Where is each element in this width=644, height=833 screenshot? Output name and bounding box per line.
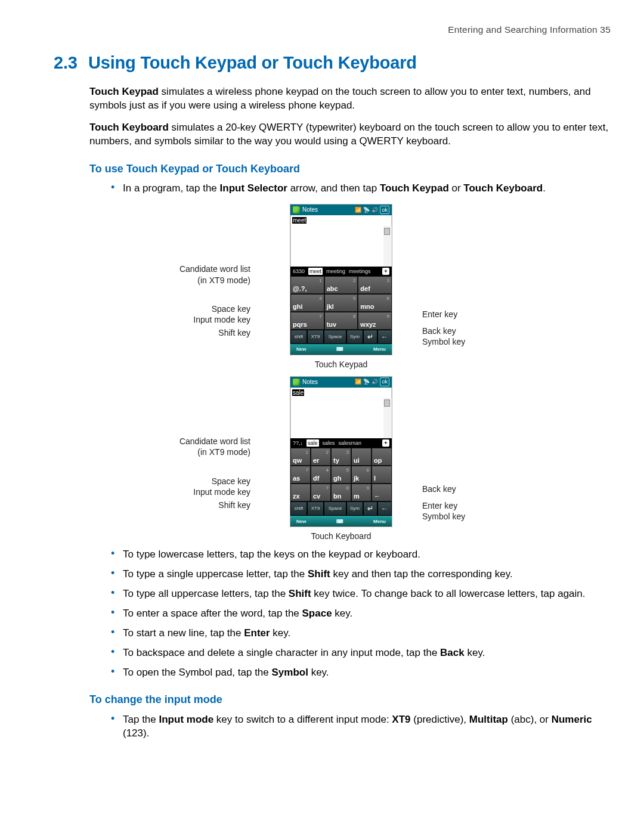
start-icon [293,206,300,213]
expand-icon: + [382,439,389,447]
ok-button: ok [380,206,389,214]
bullet-input-mode: Tap the Input mode key to switch to a di… [111,713,611,741]
callout-symbol-key: Symbol key [422,511,465,522]
callout-shift-key: Shift key [188,500,250,511]
bottom-key: XT9 [307,330,324,344]
section-number: 2.3 [54,51,88,75]
key: jk6 [351,466,371,484]
key: cv7 [311,484,331,501]
key: op [371,448,392,466]
key: l [371,466,392,484]
key: df4 [311,466,331,484]
key: zx [290,484,311,501]
text-area-content: sale [290,388,392,398]
callout-candidate-list: Candidate word list(in XT9 mode) [143,436,250,459]
bullet-lowercase: To type lowercase letters, tap the keys … [111,548,611,562]
key: bn8 [331,484,351,501]
bottom-key: ← [377,501,392,516]
start-icon [293,379,300,386]
callout-shift-key: Shift key [188,327,250,339]
note-body [290,226,392,267]
section-title-text: Using Touch Keypad or Touch Keyboard [88,53,417,72]
signal-icon: 📶 [355,206,361,213]
callout-space-key: Space key [179,476,250,487]
touch-keyboard-screenshot: Notes 📶 📡 🔊 ok sale ??,↓ sale sales [290,376,392,528]
intro-paragraph-2: Touch Keyboard simulates a 20-key QWERTY… [89,121,611,148]
notes-title-bar: Notes 📶 📡 🔊 ok [290,205,392,215]
callout-candidate-list: Candidate word list(in XT9 mode) [143,264,250,286]
key: mno6 [358,294,392,312]
sip-icon: ⌨ [306,346,373,352]
notes-title-bar: Notes 📶 📡 🔊 ok [290,377,392,388]
callout-symbol-key: Symbol key [422,336,465,348]
soft-key-bar: New ⌨ Menu [290,516,392,527]
key: qw1 [290,448,311,466]
signal-icon: 📶 [355,378,361,385]
callout-enter-key: Enter key [422,500,457,512]
bottom-key: ← [377,330,392,344]
bullet-single-upper: To type a single uppercase letter, tap t… [111,568,611,581]
bullet-enter: To start a new line, tap the Enter key. [111,627,611,640]
key: @.?,1 [290,276,324,294]
notes-title: Notes [302,206,318,214]
key: ui [351,448,371,466]
expand-icon: + [382,268,389,275]
keyboard-bottom-row: shiftXT9SpaceSym↵← [290,501,392,516]
key: m9 [351,484,371,501]
keyboard-grid: qw1er2ty3uiopas?df4gh5jk6lzxcv7bn8m9← [290,448,392,501]
subheading-change-mode: To change the input mode [89,692,611,707]
bottom-key: ↵ [363,330,377,344]
bottom-key: Sym [346,330,363,344]
key: er2 [311,448,331,466]
ok-button: ok [380,377,389,386]
bottom-key: shift [290,501,307,516]
term-touch-keypad: Touch Keypad [89,86,159,97]
bullet-all-upper: To type all uppercase letters, tap the S… [111,587,611,601]
bottom-key: Space [324,330,346,344]
volume-icon: 🔊 [371,206,378,213]
callout-back-key: Back key [422,326,456,337]
status-icons: 📶 📡 🔊 ok [355,206,389,214]
bottom-key: shift [290,330,307,344]
key: pqrs7 [290,312,324,330]
callout-enter-key: Enter key [422,309,457,320]
bullet-space: To enter a space after the word, tap the… [111,607,611,621]
callout-back-key: Back key [422,484,456,495]
notes-title: Notes [302,378,318,386]
figure-caption-keyboard: Touch Keyboard [72,531,611,542]
bottom-key: Sym [346,501,363,516]
keypad-bottom-row: shiftXT9SpaceSym↵← [290,330,392,344]
callout-space-key: Space key [179,304,250,315]
bottom-key: Space [324,501,346,516]
text-area-content: meet [290,215,392,226]
bullet-back: To backspace and delete a single charact… [111,646,611,660]
soft-key-bar: New ⌨ Menu [290,344,392,355]
sip-icon: ⌨ [306,519,373,524]
bullet-input-selector: In a program, tap the Input Selector arr… [111,182,611,196]
key: ty3 [331,448,351,466]
touch-keypad-screenshot: Notes 📶 📡 🔊 ok meet 6330 meet meetin [290,204,392,355]
key: abc2 [324,276,358,294]
key: as? [290,466,311,484]
key: jkl5 [324,294,358,312]
term-touch-keyboard: Touch Keyboard [89,122,169,133]
candidate-bar: ??,↓ sale sales salesman + [290,438,392,448]
volume-icon: 🔊 [371,378,378,385]
candidate-bar: 6330 meet meeting meetings + [290,267,392,276]
bullet-symbol: To open the Symbol pad, tap the Symbol k… [111,666,611,680]
key: def3 [358,276,392,294]
bottom-key: ↵ [363,501,377,516]
key: ← [371,484,392,501]
callout-input-mode-key: Input mode key [164,487,250,498]
note-body [290,398,392,438]
status-icons: 📶 📡 🔊 ok [355,377,389,386]
key: tuv8 [324,312,358,330]
callout-input-mode-key: Input mode key [164,314,250,326]
subheading-to-use: To use Touch Keypad or Touch Keyboard [89,162,611,176]
key: ghi4 [290,294,324,312]
key: wxyz9 [358,312,392,330]
running-head: Entering and Searching Information 35 [448,24,611,36]
bottom-key: XT9 [307,501,324,516]
wifi-icon: 📡 [363,206,370,213]
section-heading: 2.3Using Touch Keypad or Touch Keyboard [54,51,611,75]
